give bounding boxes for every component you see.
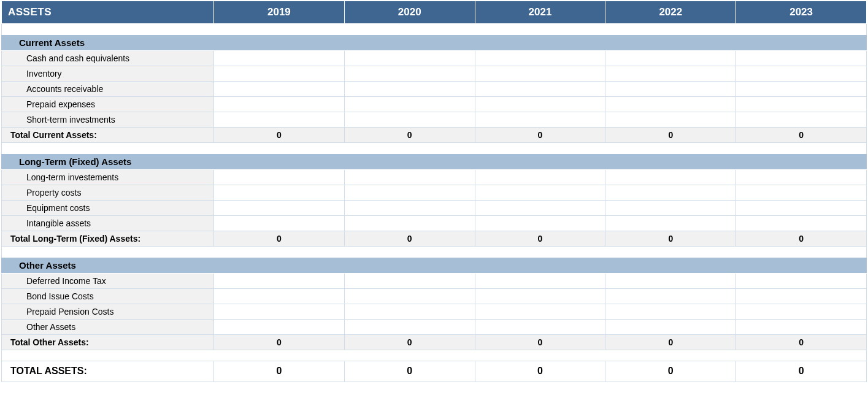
- item-value[interactable]: [214, 112, 345, 127]
- item-value[interactable]: [736, 304, 867, 319]
- item-value[interactable]: [736, 50, 867, 66]
- item-value[interactable]: [344, 81, 475, 96]
- spacer-cell: [2, 142, 867, 153]
- item-value[interactable]: [736, 288, 867, 304]
- subtotal-value: 0: [344, 334, 475, 350]
- item-value[interactable]: [344, 200, 475, 215]
- item-value[interactable]: [605, 50, 736, 66]
- item-value[interactable]: [344, 169, 475, 185]
- spacer-cell: [2, 246, 867, 257]
- item-value[interactable]: [475, 319, 605, 334]
- item-value[interactable]: [214, 215, 345, 231]
- item-label: Short-term investments: [2, 112, 214, 127]
- item-value[interactable]: [475, 112, 605, 127]
- item-label: Prepaid Pension Costs: [2, 304, 214, 319]
- item-value[interactable]: [214, 169, 345, 185]
- item-value[interactable]: [605, 215, 736, 231]
- item-value[interactable]: [605, 185, 736, 200]
- item-label: Long-term investements: [2, 169, 214, 185]
- item-value[interactable]: [736, 66, 867, 81]
- spacer-row: [2, 350, 867, 361]
- subtotal-value: 0: [214, 231, 345, 246]
- grand-total-label: TOTAL ASSETS:: [2, 361, 214, 382]
- item-value[interactable]: [214, 185, 345, 200]
- item-value[interactable]: [214, 66, 345, 81]
- item-value[interactable]: [475, 200, 605, 215]
- subtotal-label: Total Long-Term (Fixed) Assets:: [2, 231, 214, 246]
- spacer-row: [2, 23, 867, 34]
- subtotal-value: 0: [344, 127, 475, 142]
- item-value[interactable]: [214, 304, 345, 319]
- item-value[interactable]: [214, 288, 345, 304]
- item-value[interactable]: [736, 185, 867, 200]
- item-value[interactable]: [214, 96, 345, 112]
- item-label: Prepaid expenses: [2, 96, 214, 112]
- item-value[interactable]: [736, 112, 867, 127]
- item-row: Cash and cash equivalents: [2, 50, 867, 66]
- item-value[interactable]: [214, 81, 345, 96]
- subtotal-value: 0: [736, 231, 867, 246]
- item-value[interactable]: [605, 288, 736, 304]
- header-year: 2022: [605, 1, 736, 23]
- item-value[interactable]: [344, 273, 475, 288]
- item-value[interactable]: [605, 200, 736, 215]
- item-value[interactable]: [214, 273, 345, 288]
- item-value[interactable]: [344, 66, 475, 81]
- item-value[interactable]: [475, 215, 605, 231]
- item-value[interactable]: [605, 112, 736, 127]
- item-value[interactable]: [214, 200, 345, 215]
- item-value[interactable]: [736, 81, 867, 96]
- item-value[interactable]: [605, 66, 736, 81]
- item-value[interactable]: [736, 200, 867, 215]
- item-value[interactable]: [605, 96, 736, 112]
- item-value[interactable]: [475, 96, 605, 112]
- item-row: Prepaid expenses: [2, 96, 867, 112]
- item-value[interactable]: [736, 169, 867, 185]
- subtotal-value: 0: [475, 127, 605, 142]
- item-value[interactable]: [736, 319, 867, 334]
- item-value[interactable]: [344, 319, 475, 334]
- item-label: Other Assets: [2, 319, 214, 334]
- item-value[interactable]: [344, 215, 475, 231]
- item-value[interactable]: [736, 273, 867, 288]
- item-value[interactable]: [344, 96, 475, 112]
- subtotal-value: 0: [605, 334, 736, 350]
- item-value[interactable]: [605, 169, 736, 185]
- header-year: 2020: [344, 1, 475, 23]
- section-row: Other Assets: [2, 257, 867, 273]
- item-value[interactable]: [344, 288, 475, 304]
- subtotal-row: Total Other Assets:00000: [2, 334, 867, 350]
- item-label: Property costs: [2, 185, 214, 200]
- item-value[interactable]: [344, 112, 475, 127]
- item-value[interactable]: [605, 304, 736, 319]
- item-value[interactable]: [736, 96, 867, 112]
- item-row: Intangible assets: [2, 215, 867, 231]
- spacer-cell: [2, 350, 867, 361]
- item-value[interactable]: [214, 50, 345, 66]
- item-value[interactable]: [475, 304, 605, 319]
- item-value[interactable]: [605, 319, 736, 334]
- grand-total-value: 0: [475, 361, 605, 382]
- section-row: Long-Term (Fixed) Assets: [2, 153, 867, 169]
- item-value[interactable]: [605, 273, 736, 288]
- subtotal-value: 0: [475, 334, 605, 350]
- item-value[interactable]: [736, 215, 867, 231]
- item-row: Equipment costs: [2, 200, 867, 215]
- item-value[interactable]: [344, 185, 475, 200]
- grand-total-row: TOTAL ASSETS:00000: [2, 361, 867, 382]
- item-value[interactable]: [475, 288, 605, 304]
- item-value[interactable]: [475, 169, 605, 185]
- item-value[interactable]: [214, 319, 345, 334]
- item-value[interactable]: [344, 50, 475, 66]
- item-value[interactable]: [475, 66, 605, 81]
- subtotal-value: 0: [214, 334, 345, 350]
- subtotal-value: 0: [214, 127, 345, 142]
- item-value[interactable]: [344, 304, 475, 319]
- item-value[interactable]: [475, 50, 605, 66]
- item-value[interactable]: [475, 81, 605, 96]
- spacer-row: [2, 142, 867, 153]
- header-title: ASSETS: [2, 1, 214, 23]
- item-value[interactable]: [475, 185, 605, 200]
- item-value[interactable]: [475, 273, 605, 288]
- item-value[interactable]: [605, 81, 736, 96]
